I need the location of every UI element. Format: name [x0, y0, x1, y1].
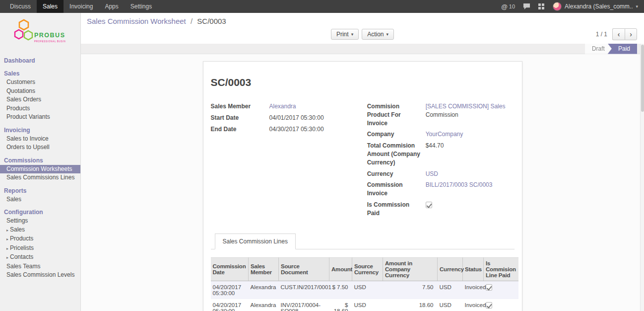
status-step-draft[interactable]: Draft: [585, 44, 611, 54]
sidebar-heading-dashboard[interactable]: Dashboard: [0, 56, 80, 65]
line-paid-checkbox[interactable]: [486, 284, 492, 291]
is-commission-paid-checkbox[interactable]: [426, 202, 432, 208]
action-button[interactable]: Action ▾: [362, 29, 394, 40]
breadcrumb-parent-link[interactable]: Sales Commission Worksheet: [87, 17, 186, 25]
pager-counter: 1 / 1: [596, 31, 607, 38]
avatar: [553, 2, 562, 11]
col-sales-member[interactable]: Sales Member: [249, 257, 279, 281]
sidebar-item-label: Sales Commission Levels: [6, 271, 74, 278]
action-button-label: Action: [367, 31, 384, 38]
field-label: Total Commision Amount (Company Currency…: [367, 142, 426, 166]
pager-previous-button[interactable]: ‹: [612, 28, 625, 40]
line-paid-checkbox[interactable]: [486, 302, 492, 309]
sidebar-item-contacts[interactable]: ▸Contacts: [0, 253, 80, 262]
cell-member: Alexandra: [249, 281, 279, 299]
sidebar-item-orders-to-upsell[interactable]: Orders to Upsell: [0, 143, 80, 152]
commission-line-row[interactable]: 04/20/2017 05:30:00 Alexandra CUST.IN/20…: [211, 281, 518, 299]
caret-down-icon: ▾: [351, 32, 354, 37]
sidebar-item-label: Sales Orders: [6, 96, 41, 103]
activity-icon[interactable]: @ 10: [497, 0, 519, 13]
sidebar-item-pricelists[interactable]: ▸Pricelists: [0, 244, 80, 253]
currency-link[interactable]: USD: [426, 170, 438, 177]
arrow-right-icon: ▸: [6, 237, 8, 241]
cell-member: Alexandra: [249, 299, 279, 311]
commission-product-link[interactable]: [SALES COMMISSION] Sales: [426, 103, 506, 110]
sidebar-heading-reports[interactable]: Reports: [0, 186, 80, 195]
sidebar-item-config-sales[interactable]: ▸Sales: [0, 226, 80, 235]
field-commission-product: Commision Product For Invoice [SALES COM…: [367, 102, 515, 127]
print-button-label: Print: [336, 31, 349, 38]
user-menu[interactable]: Alexandra (Sales_comm.. ▾: [549, 2, 642, 11]
col-source-document[interactable]: Source Document: [279, 257, 329, 281]
sidebar-item-settings[interactable]: Settings: [0, 217, 80, 226]
field-label: Commission Invoice: [367, 181, 426, 198]
grid-icon: [538, 3, 545, 10]
sidebar-item-product-variants[interactable]: Product Variants: [0, 113, 80, 122]
sidebar-item-products[interactable]: Products: [0, 104, 80, 113]
commission-line-row[interactable]: 04/20/2017 05:30:00 Alexandra INV/2017/0…: [211, 299, 518, 311]
field-label: Commision Product For Invoice: [367, 102, 426, 127]
sidebar-item-sales-teams[interactable]: Sales Teams: [0, 262, 80, 271]
menu-apps[interactable]: Apps: [99, 0, 124, 13]
cell-company-amount: 7.50: [383, 281, 438, 299]
col-currency[interactable]: Currency: [438, 257, 463, 281]
sidebar-heading-invoicing[interactable]: Invoicing: [0, 126, 80, 135]
sidebar-item-label: Sales: [10, 226, 25, 233]
sidebar-item-sales-to-invoice[interactable]: Sales to Invoice: [0, 135, 80, 144]
sidebar-item-label: Commission Worksheets: [6, 165, 72, 172]
sidebar-heading-commissions[interactable]: Commissions: [0, 156, 80, 165]
at-icon: @: [501, 3, 508, 10]
caret-down-icon: ▾: [386, 32, 389, 37]
sidebar-item-label: Products: [10, 235, 33, 242]
sidebar-item-config-products[interactable]: ▸Products: [0, 234, 80, 244]
field-total-commission: Total Commision Amount (Company Currency…: [367, 142, 515, 166]
commission-invoice-link[interactable]: BILL/2017/0003 SC/0003: [426, 181, 493, 188]
cell-paid: [484, 281, 518, 299]
sidebar-item-commission-worksheets[interactable]: Commission Worksheets: [0, 165, 80, 174]
scrollbar-track[interactable]: [640, 44, 644, 311]
probuse-logo[interactable]: PROBUSE PROFESSIONAL BUSINESS: [0, 17, 80, 52]
tab-sales-commission-lines[interactable]: Sales Commission Lines: [215, 233, 296, 249]
cell-currency: USD: [438, 281, 463, 299]
sidebar-item-label: Quotations: [6, 87, 35, 94]
menu-settings[interactable]: Settings: [125, 0, 158, 13]
menu-sales[interactable]: Sales: [37, 0, 64, 13]
sidebar-item-label: Sales Commissions Lines: [6, 174, 74, 181]
breadcrumb-separator: /: [191, 17, 193, 25]
sales-member-link[interactable]: Alexandra: [269, 103, 296, 110]
field-sales-member: Sales Member Alexandra: [211, 102, 358, 111]
menu-invoicing[interactable]: Invoicing: [64, 0, 99, 13]
col-is-commission-line-paid[interactable]: Is Commision Line Paid: [484, 257, 518, 281]
sidebar-heading-configuration[interactable]: Configuration: [0, 208, 80, 217]
sidebar-item-sales-commissions-lines[interactable]: Sales Commissions Lines: [0, 173, 80, 182]
field-start-date: Start Date 04/01/2017 05:30:00: [211, 114, 358, 122]
sidebar-item-sales-orders[interactable]: Sales Orders: [0, 95, 80, 104]
systray: @ 10 Alexandra (Sales_comm.. ▾: [497, 0, 644, 13]
scrollbar-thumb[interactable]: [641, 45, 644, 112]
sidebar-item-sales-commission-levels[interactable]: Sales Commission Levels: [0, 271, 80, 280]
sidebar-item-customers[interactable]: Customers: [0, 78, 80, 87]
tab-content: Commission Date Sales Member Source Docu…: [211, 249, 515, 311]
cell-amount: $ 18.60: [329, 299, 352, 311]
field-group-left: Sales Member Alexandra Start Date 04/01/…: [211, 102, 358, 221]
status-step-paid[interactable]: Paid: [608, 44, 637, 54]
menu-discuss[interactable]: Discuss: [4, 0, 37, 13]
col-amount[interactable]: Amount: [329, 257, 352, 281]
sidebar-heading-sales[interactable]: Sales: [0, 69, 80, 78]
pager-next-button[interactable]: ›: [625, 28, 637, 40]
col-commission-date[interactable]: Commission Date: [211, 257, 249, 281]
main-panel: Sales Commission Worksheet / SC/0003 Pri…: [81, 13, 644, 311]
col-status[interactable]: Status: [463, 257, 484, 281]
col-amount-company-currency[interactable]: Amount in Company Currency: [383, 257, 438, 281]
sidebar-item-reports-sales[interactable]: Sales: [0, 195, 80, 204]
apps-grid-icon[interactable]: [534, 0, 549, 13]
print-button[interactable]: Print ▾: [331, 29, 359, 40]
col-source-currency[interactable]: Source Currency: [352, 257, 383, 281]
commission-lines-table: Commission Date Sales Member Source Docu…: [211, 257, 518, 311]
sidebar-item-quotations[interactable]: Quotations: [0, 87, 80, 96]
messages-icon[interactable]: [519, 0, 534, 13]
cell-paid: [484, 299, 518, 311]
company-link[interactable]: YourCompany: [426, 131, 463, 138]
tab-bar: Sales Commission Lines: [211, 233, 515, 249]
record-title: SC/0003: [211, 77, 515, 88]
